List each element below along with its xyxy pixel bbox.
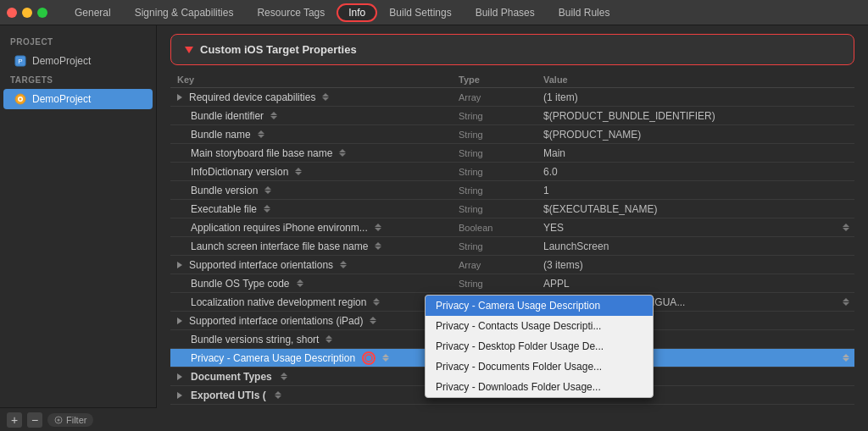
row-key-text: Bundle identifier [191, 110, 264, 122]
row-key-text: Application requires iPhone environm... [191, 222, 368, 234]
row-type: String [459, 130, 543, 140]
table-row[interactable]: Required device capabilities Array (1 it… [170, 88, 854, 107]
row-value: (3 items) [543, 259, 854, 271]
add-button[interactable]: + [7, 412, 22, 428]
filter-label: Filter [66, 415, 86, 425]
row-stepper[interactable] [264, 186, 271, 194]
row-stepper[interactable] [326, 335, 332, 343]
svg-point-6 [58, 418, 60, 421]
col-header-key: Key [170, 75, 459, 85]
tab-general[interactable]: General [63, 0, 123, 25]
table-row[interactable]: Main storyboard file base name String Ma… [170, 144, 854, 163]
row-type: String [459, 185, 543, 196]
dropdown-item-2[interactable]: Privacy - Desktop Folder Usage De... [426, 336, 653, 356]
row-value: $(EXECUTABLE_NAME) [543, 203, 854, 215]
table-row[interactable]: InfoDictionary version String 6.0 [170, 163, 854, 181]
filter-button[interactable]: Filter [47, 413, 93, 427]
tab-info[interactable]: Info [337, 3, 377, 22]
section-header[interactable]: Custom iOS Target Properties [170, 34, 854, 65]
table-row[interactable]: Bundle OS Type code String APPL [170, 274, 854, 293]
table-row[interactable]: Bundle name String $(PRODUCT_NAME) [170, 125, 854, 144]
table-row[interactable]: Supported interface orientations Array (… [170, 256, 854, 274]
row-key-text: Main storyboard file base name [191, 147, 332, 159]
row-value: $(PRODUCT_BUNDLE_IDENTIFIER) [543, 110, 854, 122]
col-header-type: Type [459, 75, 543, 85]
value-stepper[interactable] [843, 354, 849, 362]
maximize-button[interactable] [37, 8, 47, 18]
row-key-text: Supported interface orientations (iPad) [189, 315, 363, 327]
remove-button[interactable]: − [27, 412, 42, 428]
row-stepper[interactable] [297, 279, 303, 287]
dropdown-item-3[interactable]: Privacy - Documents Folder Usage... [426, 356, 653, 377]
section-expand-icon [185, 47, 193, 53]
sidebar-item-project[interactable]: P DemoProject [3, 51, 153, 71]
row-type: Boolean [459, 223, 543, 233]
minimize-button[interactable] [22, 8, 32, 18]
circle-indicator [362, 351, 376, 365]
project-label: DemoProject [32, 55, 91, 67]
tab-build-rules[interactable]: Build Rules [547, 0, 622, 25]
section-title: Custom iOS Target Properties [200, 43, 357, 56]
row-type: Array [459, 92, 543, 102]
row-stepper[interactable] [340, 261, 347, 268]
row-type: String [459, 167, 543, 177]
window-buttons [7, 8, 53, 18]
tab-build-settings[interactable]: Build Settings [377, 0, 463, 25]
row-stepper[interactable] [295, 168, 302, 175]
row-value: YES [543, 222, 854, 234]
row-stepper[interactable] [373, 298, 380, 306]
group-label-text: Document Types [191, 371, 272, 383]
content-area: Custom iOS Target Properties Key Type Va… [157, 25, 868, 431]
table-header: Key Type Value [170, 72, 854, 88]
table-row[interactable]: Bundle version String 1 [170, 181, 854, 200]
row-stepper[interactable] [275, 391, 281, 399]
tab-build-phases[interactable]: Build Phases [464, 0, 547, 25]
row-stepper[interactable] [339, 149, 346, 157]
table-row[interactable]: Application requires iPhone environm... … [170, 218, 854, 237]
dropdown-item-1[interactable]: Privacy - Contacts Usage Descripti... [426, 316, 653, 336]
expand-icon [177, 262, 182, 268]
table-row[interactable]: Executable file String $(EXECUTABLE_NAME… [170, 200, 854, 218]
tab-resource-tags[interactable]: Resource Tags [245, 0, 337, 25]
main-layout: PROJECT P DemoProject TARGETS DemoProjec… [0, 25, 868, 431]
row-stepper[interactable] [281, 373, 287, 380]
circle-icon-svg [364, 354, 373, 362]
target-icon [14, 92, 27, 106]
row-value: 1 [543, 185, 854, 196]
row-stepper[interactable] [370, 317, 376, 324]
tab-signing[interactable]: Signing & Capabilities [123, 0, 246, 25]
row-value: LaunchScreen [543, 240, 854, 252]
target-label: DemoProject [32, 93, 91, 105]
row-key-text: Supported interface orientations [189, 259, 333, 271]
row-stepper[interactable] [382, 354, 389, 362]
sidebar-item-target[interactable]: DemoProject [3, 89, 153, 109]
dropdown-item-0[interactable]: Privacy - Camera Usage Description [426, 296, 653, 316]
expand-icon [177, 94, 182, 101]
value-stepper[interactable] [843, 224, 849, 231]
expand-icon [177, 318, 182, 324]
sidebar-bottom: + − Filter [0, 407, 157, 431]
row-stepper[interactable] [264, 205, 270, 213]
row-key-text: Bundle versions string, short [191, 334, 319, 345]
svg-point-4 [19, 98, 22, 101]
row-stepper[interactable] [258, 130, 264, 138]
row-type: String [459, 279, 543, 289]
svg-text:P: P [18, 58, 22, 65]
project-section-label: PROJECT [0, 34, 156, 50]
close-button[interactable] [7, 8, 17, 18]
row-stepper[interactable] [375, 224, 381, 231]
table-row[interactable]: Launch screen interface file base name S… [170, 237, 854, 256]
dropdown-item-4[interactable]: Privacy - Downloads Folder Usage... [426, 377, 653, 397]
row-value: Main [543, 147, 854, 159]
row-stepper[interactable] [375, 242, 381, 250]
row-stepper[interactable] [270, 112, 277, 119]
targets-section-label: TARGETS [0, 72, 156, 88]
table-row[interactable]: Bundle identifier String $(PRODUCT_BUNDL… [170, 107, 854, 125]
row-type: String [459, 111, 543, 121]
row-value: (1 item) [543, 91, 854, 103]
filter-icon [54, 416, 63, 424]
row-key-text: Executable file [191, 203, 257, 215]
value-stepper[interactable] [843, 298, 849, 306]
row-stepper[interactable] [322, 93, 329, 101]
row-key-text: Bundle OS Type code [191, 278, 290, 290]
